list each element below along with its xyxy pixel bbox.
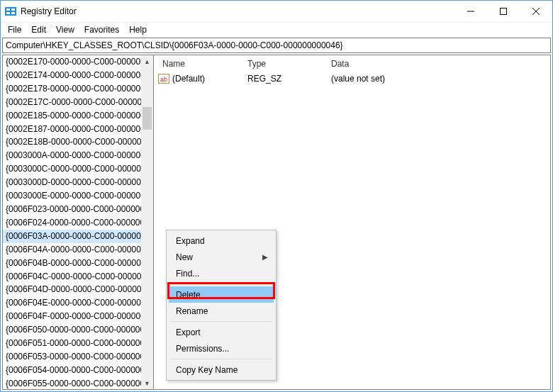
cm-delete[interactable]: Delete xyxy=(169,286,274,303)
address-path: Computer\HKEY_CLASSES_ROOT\CLSID\{0006F0… xyxy=(6,40,343,50)
menu-view[interactable]: View xyxy=(52,23,80,36)
value-row[interactable]: ab (Default) REG_SZ (value not set) xyxy=(154,72,550,85)
tree-item[interactable]: {0006F04C-0000-0000-C000-000000000046} xyxy=(3,270,153,284)
window-title: Registry Editor xyxy=(21,6,77,16)
value-name: (Default) xyxy=(172,74,205,84)
tree-item[interactable]: {0006F04B-0000-0000-C000-000000000046} xyxy=(3,257,153,270)
titlebar: Registry Editor xyxy=(1,1,552,22)
cm-separator xyxy=(170,321,272,322)
tree-item[interactable]: {0006F054-0000-0000-C000-000000000046} xyxy=(3,364,153,377)
tree-scrollbar[interactable]: ▲ ▼ xyxy=(141,55,153,389)
tree-item[interactable]: {0002E178-0000-0000-C000-000000000046} xyxy=(3,82,153,96)
tree-item[interactable]: {0006F023-0000-0000-C000-000000000046} xyxy=(3,203,153,216)
tree-item[interactable]: {0002E17C-0000-0000-C000-000000000046} xyxy=(3,96,153,109)
svg-rect-5 xyxy=(501,9,507,15)
cm-copy-key-name[interactable]: Copy Key Name xyxy=(169,362,274,378)
scroll-track[interactable] xyxy=(141,67,153,377)
cm-export[interactable]: Export xyxy=(169,324,274,340)
col-header-data[interactable]: Data xyxy=(323,55,550,72)
cm-rename[interactable]: Rename xyxy=(169,303,274,319)
string-value-icon: ab xyxy=(158,74,169,84)
svg-text:ab: ab xyxy=(160,76,167,83)
minimize-button[interactable] xyxy=(454,1,487,22)
value-data: (value not set) xyxy=(323,74,550,84)
tree-scroll-area[interactable]: {0002E170-0000-0000-C000-000000000046}{0… xyxy=(3,55,153,389)
tree-item[interactable]: {0003000A-0000-0000-C000-000000000046} xyxy=(3,149,153,162)
tree-item[interactable]: {0002E174-0000-0000-C000-000000000046} xyxy=(3,69,153,82)
menu-favorites[interactable]: Favorites xyxy=(80,23,125,36)
tree-item[interactable]: {0006F050-0000-0000-C000-000000000046} xyxy=(3,323,153,337)
tree-item[interactable]: {0006F03A-0000-0000-C000-000000000046} xyxy=(3,230,153,243)
svg-rect-1 xyxy=(6,9,10,11)
tree-item[interactable]: {0002E18B-0000-0000-C000-000000000046} xyxy=(3,135,153,149)
col-header-name[interactable]: Name xyxy=(154,55,239,72)
cm-separator xyxy=(170,284,272,284)
svg-rect-4 xyxy=(11,12,15,14)
registry-icon xyxy=(5,6,16,17)
tree-item[interactable]: {0006F04F-0000-0000-C000-000000000046} xyxy=(3,310,153,323)
tree-item[interactable]: {0003000E-0000-0000-C000-000000000046} xyxy=(3,189,153,203)
svg-rect-0 xyxy=(5,7,16,16)
menu-edit[interactable]: Edit xyxy=(27,23,52,36)
col-header-type[interactable]: Type xyxy=(239,55,323,72)
tree-item[interactable]: {0002E185-0000-0000-C000-000000000046} xyxy=(3,109,153,123)
values-header: Name Type Data xyxy=(154,55,550,72)
scroll-up-arrow[interactable]: ▲ xyxy=(141,55,153,67)
maximize-button[interactable] xyxy=(487,1,520,22)
scroll-thumb[interactable] xyxy=(143,107,152,130)
main-split: {0002E170-0000-0000-C000-000000000046}{0… xyxy=(2,55,551,390)
tree-item[interactable]: {0003000D-0000-0000-C000-000000000046} xyxy=(3,176,153,189)
value-type: REG_SZ xyxy=(239,74,323,84)
menubar: File Edit View Favorites Help xyxy=(1,22,552,36)
tree-context-menu: Expand New ▶ Find... Delete Rename Expor… xyxy=(166,230,276,381)
menu-help[interactable]: Help xyxy=(125,23,152,36)
tree-item[interactable]: {0006F051-0000-0000-C000-000000000046} xyxy=(3,337,153,350)
tree-item[interactable]: {0002E187-0000-0000-C000-000000000046} xyxy=(3,123,153,136)
scroll-down-arrow[interactable]: ▼ xyxy=(141,377,153,389)
tree-item[interactable]: {0006F04A-0000-0000-C000-000000000046} xyxy=(3,243,153,257)
registry-editor-window: Registry Editor File Edit View Favorites… xyxy=(0,0,553,392)
tree-item[interactable]: {0003000C-0000-0000-C000-000000000046} xyxy=(3,162,153,176)
tree-item[interactable]: {0006F04D-0000-0000-C000-000000000046} xyxy=(3,283,153,296)
svg-rect-3 xyxy=(6,12,10,14)
tree-item[interactable]: {0002E170-0000-0000-C000-000000000046} xyxy=(3,55,153,69)
tree-item[interactable]: {0006F055-0000-0000-C000-000000000046} xyxy=(3,377,153,389)
address-bar[interactable]: Computer\HKEY_CLASSES_ROOT\CLSID\{0006F0… xyxy=(2,38,551,53)
tree-item[interactable]: {0006F053-0000-0000-C000-000000000046} xyxy=(3,350,153,364)
cm-find[interactable]: Find... xyxy=(169,265,274,281)
cm-permissions[interactable]: Permissions... xyxy=(169,340,274,357)
close-button[interactable] xyxy=(520,1,552,22)
cm-expand[interactable]: Expand xyxy=(169,233,274,249)
tree-item[interactable]: {0006F04E-0000-0000-C000-000000000046} xyxy=(3,296,153,310)
menu-file[interactable]: File xyxy=(4,23,27,36)
tree-item[interactable]: {0006F024-0000-0000-C000-000000000046} xyxy=(3,216,153,230)
chevron-right-icon: ▶ xyxy=(262,253,268,261)
tree-pane: {0002E170-0000-0000-C000-000000000046}{0… xyxy=(2,55,154,390)
cm-separator xyxy=(170,359,272,359)
svg-rect-2 xyxy=(11,9,15,11)
cm-new[interactable]: New ▶ xyxy=(169,249,274,265)
